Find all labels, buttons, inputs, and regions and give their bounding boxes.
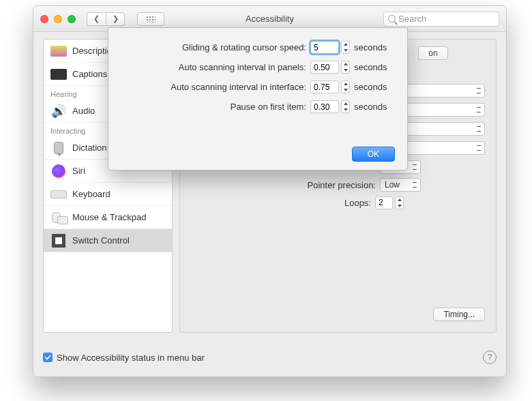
descriptions-icon	[50, 46, 67, 57]
sidebar-item-label: Mouse & Trackpad	[72, 212, 146, 222]
stepper-buttons[interactable]	[341, 61, 350, 74]
gliding-speed-label: Gliding & rotating cursor speed:	[122, 42, 306, 53]
stepper-buttons[interactable]	[341, 100, 350, 113]
sidebar-item-switch-control[interactable]: Switch Control	[44, 229, 172, 252]
switch-control-icon	[52, 234, 65, 248]
siri-icon	[52, 164, 65, 178]
check-icon	[44, 354, 51, 361]
pointer-precision-label: Pointer precision:	[308, 180, 376, 190]
sidebar-item-label: Dictation	[72, 143, 107, 153]
seconds-suffix: seconds	[354, 82, 394, 92]
timing-button[interactable]: Timing...	[433, 308, 485, 321]
stepper-buttons[interactable]	[341, 80, 350, 93]
back-button[interactable]: ❮	[87, 12, 106, 26]
interface-interval-label: Auto scanning interval in interface:	[122, 82, 306, 92]
mouse-icon	[52, 212, 65, 223]
grid-icon	[146, 16, 156, 23]
stepper-buttons[interactable]	[395, 196, 404, 209]
pause-first-stepper[interactable]	[310, 100, 350, 113]
sidebar-item-label: Siri	[72, 166, 85, 176]
search-placeholder: Search	[398, 14, 426, 24]
ok-button[interactable]: OK	[352, 147, 395, 162]
loops-stepper[interactable]	[375, 196, 404, 209]
panels-interval-label: Auto scanning interval in panels:	[122, 62, 306, 72]
panels-interval-input[interactable]	[310, 61, 339, 74]
zoom-icon[interactable]	[68, 15, 76, 23]
timing-sheet: Gliding & rotating cursor speed: seconds…	[108, 27, 408, 170]
pause-first-input[interactable]	[310, 100, 339, 113]
stepper-buttons[interactable]	[341, 41, 350, 54]
loops-input[interactable]	[375, 196, 393, 209]
show-status-checkbox[interactable]	[43, 353, 53, 362]
sidebar-item-label: Switch Control	[72, 235, 130, 246]
keyboard-icon	[50, 190, 67, 198]
interface-interval-stepper[interactable]	[310, 80, 350, 93]
audio-icon: 🔊	[50, 104, 67, 118]
sidebar-item-keyboard[interactable]: Keyboard	[44, 183, 172, 206]
footer: Show Accessibility status in menu bar ?	[43, 348, 497, 367]
panels-interval-stepper[interactable]	[310, 61, 350, 74]
dictation-icon	[54, 142, 63, 154]
seconds-suffix: seconds	[354, 102, 394, 112]
captions-icon	[50, 69, 67, 80]
search-icon	[388, 15, 396, 23]
tab-navigation[interactable]: on	[418, 46, 448, 60]
seconds-suffix: seconds	[354, 42, 394, 53]
help-button[interactable]: ?	[483, 351, 497, 364]
loops-label: Loops:	[344, 198, 371, 208]
seconds-suffix: seconds	[354, 62, 394, 72]
search-input[interactable]: Search	[383, 12, 499, 27]
pause-first-label: Pause on first item:	[122, 102, 306, 112]
pointer-precision-select[interactable]: Low	[380, 178, 421, 192]
show-all-button[interactable]	[137, 12, 164, 26]
sidebar-item-mouse-trackpad[interactable]: Mouse & Trackpad	[44, 206, 172, 229]
minimize-icon[interactable]	[54, 15, 62, 23]
show-status-label: Show Accessibility status in menu bar	[57, 353, 205, 363]
sidebar-item-label: Keyboard	[72, 189, 110, 199]
interface-interval-input[interactable]	[310, 80, 339, 93]
gliding-speed-stepper[interactable]	[310, 41, 350, 54]
sidebar-item-label: Captions	[72, 69, 107, 79]
gliding-speed-input[interactable]	[310, 41, 339, 54]
nav-buttons: ❮ ❯	[87, 12, 125, 26]
window-controls	[40, 15, 76, 23]
forward-button[interactable]: ❯	[106, 12, 125, 26]
close-icon[interactable]	[40, 15, 48, 23]
sidebar-item-label: Audio	[72, 106, 95, 116]
